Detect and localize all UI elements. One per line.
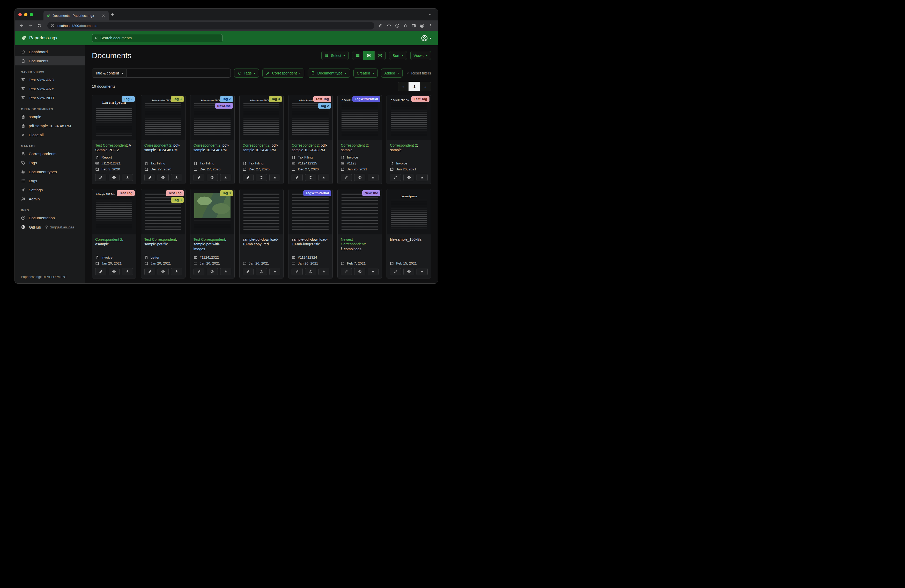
preview-button[interactable] xyxy=(305,174,316,181)
edit-button[interactable] xyxy=(95,268,106,276)
document-title[interactable]: file-sample_150kBs xyxy=(390,238,421,241)
back-button[interactable] xyxy=(18,22,25,30)
document-type[interactable]: Tax Filing xyxy=(249,162,264,165)
download-button[interactable] xyxy=(269,268,281,276)
list-view-button[interactable] xyxy=(352,51,364,60)
download-button[interactable] xyxy=(319,268,330,276)
preview-button[interactable] xyxy=(403,268,414,276)
tag-badge[interactable]: Test Tag xyxy=(313,96,332,102)
document-thumbnail[interactable]: Tag 3 xyxy=(191,189,234,234)
download-button[interactable] xyxy=(171,268,182,276)
asn-value[interactable]: #1123 xyxy=(347,162,357,165)
sidebar-item-open-doc-sample[interactable]: sample xyxy=(15,112,85,121)
filter-text-input[interactable] xyxy=(127,68,231,78)
user-menu[interactable] xyxy=(421,35,432,42)
created-date[interactable]: Jan 20, 2021 xyxy=(151,262,171,265)
edit-button[interactable] xyxy=(95,174,106,181)
preview-button[interactable] xyxy=(157,268,169,276)
app-brand[interactable]: Paperless-ngx xyxy=(21,35,92,41)
document-type[interactable]: Tax Filing xyxy=(200,162,214,165)
minimize-window-button[interactable] xyxy=(24,13,27,16)
tag-badge[interactable]: Tag 3 xyxy=(171,96,184,102)
card-view-button[interactable] xyxy=(375,51,386,60)
preview-button[interactable] xyxy=(109,268,120,276)
document-thumbnail[interactable]: Adobe Acrobat PDF Files Tag 2NewOne xyxy=(191,95,234,140)
sidebar-item-dashboard[interactable]: Dashboard xyxy=(15,47,85,56)
download-button[interactable] xyxy=(416,174,428,181)
tag-badge[interactable]: Tag 3 xyxy=(269,96,282,102)
sidebar-item-test-view-and[interactable]: Test View AND xyxy=(15,75,85,84)
edit-button[interactable] xyxy=(341,268,352,276)
site-info-icon[interactable] xyxy=(51,24,54,27)
share-icon[interactable] xyxy=(378,24,383,28)
created-date[interactable]: Feb 7, 2021 xyxy=(347,262,365,265)
tag-badge[interactable]: TagWithPartial xyxy=(352,96,380,102)
tag-badge[interactable]: Tag 3 xyxy=(220,190,233,196)
download-button[interactable] xyxy=(171,174,182,181)
created-date[interactable]: Dec 27, 2020 xyxy=(151,167,171,171)
created-date[interactable]: Jan 20, 2021 xyxy=(200,262,220,265)
document-thumbnail[interactable]: Adobe Acrobat PDF Files Test TagTag 2 xyxy=(289,95,332,140)
edit-button[interactable] xyxy=(243,174,254,181)
document-type[interactable]: Invoice xyxy=(102,255,113,259)
correspondent-link[interactable]: Correspondent 2 xyxy=(390,143,417,147)
document-thumbnail[interactable]: A Simple PDF File Test Tag xyxy=(92,189,136,234)
sidebar-item-tags[interactable]: Tags xyxy=(15,158,85,167)
new-tab-button[interactable] xyxy=(109,11,116,18)
preview-button[interactable] xyxy=(354,174,365,181)
sort-button[interactable]: Sort xyxy=(389,51,407,60)
download-button[interactable] xyxy=(220,174,231,181)
edit-button[interactable] xyxy=(144,268,156,276)
document-type[interactable]: Report xyxy=(102,155,112,159)
preview-button[interactable] xyxy=(109,174,120,181)
tab-search-chevron-icon[interactable] xyxy=(426,11,434,18)
created-date[interactable]: Dec 27, 2020 xyxy=(200,167,221,171)
browser-profile-icon[interactable] xyxy=(420,24,424,28)
sidebar-item-test-view-any[interactable]: Test View ANY xyxy=(15,84,85,94)
tag-badge[interactable]: Tag 2 xyxy=(122,96,135,102)
preview-button[interactable] xyxy=(256,174,267,181)
document-thumbnail[interactable]: Test TagTag 3 xyxy=(141,189,185,234)
created-date[interactable]: Dec 27, 2020 xyxy=(298,167,319,171)
preview-button[interactable] xyxy=(207,268,218,276)
created-date[interactable]: Jan 26, 2021 xyxy=(249,262,269,265)
created-date[interactable]: Feb 15, 2021 xyxy=(396,262,417,265)
correspondent-link[interactable]: Correspondent 2 xyxy=(243,143,270,147)
document-thumbnail[interactable]: Lorem Ipsum Tag 2 xyxy=(92,95,136,140)
created-filter-button[interactable]: Created xyxy=(353,68,378,78)
created-date[interactable]: Feb 3, 2020 xyxy=(102,167,120,171)
created-date[interactable]: Jan 20, 2021 xyxy=(396,167,416,171)
forward-button[interactable] xyxy=(27,22,34,30)
sidebar-item-open-doc-pdf-sample[interactable]: pdf-sample 10.24.48 PM xyxy=(15,121,85,130)
tab-close-icon[interactable] xyxy=(102,14,106,18)
added-filter-button[interactable]: Added xyxy=(381,68,403,78)
edit-button[interactable] xyxy=(390,268,401,276)
tag-badge[interactable]: NewOne xyxy=(362,190,380,196)
correspondent-link[interactable]: Newest Correspondent xyxy=(341,238,365,246)
address-bar[interactable]: localhost:4200/documents xyxy=(48,22,375,30)
close-window-button[interactable] xyxy=(18,13,22,16)
preview-button[interactable] xyxy=(403,174,414,181)
download-button[interactable] xyxy=(269,174,281,181)
download-button[interactable] xyxy=(368,174,379,181)
edit-button[interactable] xyxy=(390,174,401,181)
side-panel-icon[interactable] xyxy=(411,24,416,28)
document-thumbnail[interactable]: TagWithPartial xyxy=(289,189,332,234)
correspondent-link[interactable]: Correspondent 2 xyxy=(194,143,221,147)
document-type[interactable]: Letter xyxy=(151,255,160,259)
download-button[interactable] xyxy=(122,268,133,276)
tag-badge[interactable]: Tag 2 xyxy=(220,96,233,102)
download-button[interactable] xyxy=(319,174,330,181)
correspondent-link[interactable]: Test Correspondent xyxy=(144,238,176,241)
created-date[interactable]: Jan 26, 2021 xyxy=(298,262,318,265)
browser-tab[interactable]: Documents - Paperless-ngx xyxy=(43,11,109,21)
download-button[interactable] xyxy=(416,268,428,276)
download-button[interactable] xyxy=(122,174,133,181)
document-type[interactable]: Invoice xyxy=(347,155,358,159)
document-title[interactable]: sample-pdf-download-10-mb-longer-title xyxy=(292,238,327,246)
sidebar-item-close-all[interactable]: Close all xyxy=(15,130,85,139)
correspondent-link[interactable]: Correspondent 2 xyxy=(95,238,122,241)
correspondent-link[interactable]: Correspondent 2 xyxy=(341,143,368,147)
tag-badge[interactable]: Test Tag xyxy=(117,190,135,196)
reset-filters-button[interactable]: Reset filters xyxy=(406,71,431,75)
